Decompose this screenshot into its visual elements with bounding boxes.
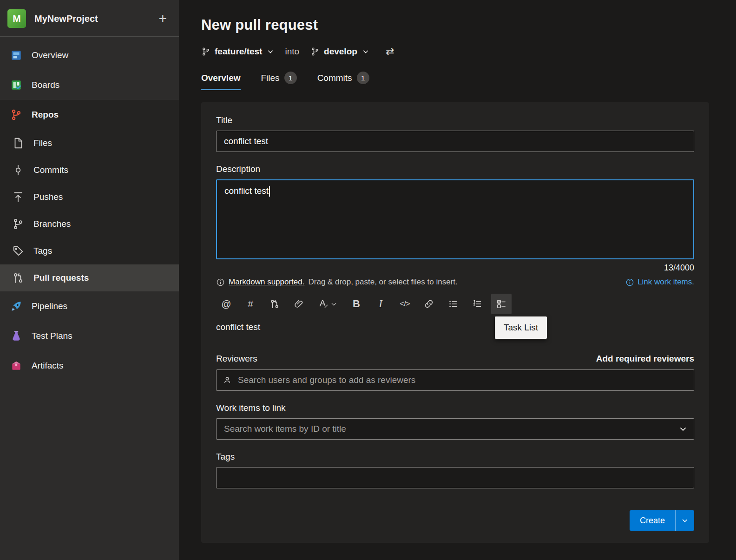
sidebar-item-pushes[interactable]: Pushes [0,184,179,211]
tab-files[interactable]: Files 1 [261,72,297,90]
task-list-icon[interactable] [491,294,512,314]
char-counter: 13/4000 [216,263,694,273]
chevron-down-icon [267,48,274,55]
tab-bar: Overview Files 1 Commits 1 [201,72,709,90]
sidebar-item-tags[interactable]: Tags [0,237,179,264]
tab-label: Commits [317,73,352,83]
source-branch-picker[interactable]: feature/test [201,46,274,57]
tags-label: Tags [216,452,694,462]
sidebar-item-pipelines[interactable]: Pipelines [0,291,179,321]
tab-overview[interactable]: Overview [201,72,241,90]
sidebar-item-files[interactable]: Files [0,130,179,157]
create-button[interactable]: Create [630,510,694,531]
create-button-label[interactable]: Create [630,510,675,531]
info-icon [216,278,225,287]
markdown-hint-text: Drag & drop, paste, or select files to i… [308,277,457,287]
pull-requests-icon [11,271,25,285]
files-icon [11,136,25,150]
tags-icon [11,244,25,258]
project-header: M MyNewProject + [0,0,179,37]
chevron-down-icon [330,301,337,308]
project-name[interactable]: MyNewProject [34,13,156,24]
italic-icon[interactable]: I [370,294,391,314]
branches-icon [11,217,25,231]
tab-commits[interactable]: Commits 1 [317,72,369,90]
create-button-row: Create [630,510,694,531]
branch-selector-row: feature/test into develop ⇄ [201,46,709,58]
sidebar-item-label: Commits [33,165,68,175]
project-avatar[interactable]: M [7,9,26,28]
numbered-list-icon[interactable] [467,294,487,314]
sidebar-item-label: Artifacts [32,361,64,371]
sidebar-item-test-plans[interactable]: Test Plans [0,321,179,351]
pipelines-icon [9,299,23,313]
commits-count-badge: 1 [357,72,369,84]
create-button-dropdown[interactable] [675,510,694,531]
sidebar-item-label: Files [33,138,52,148]
sidebar-item-label: Overview [32,50,68,60]
reviewers-input-wrap [216,369,694,391]
code-icon[interactable]: </> [394,294,415,314]
sidebar-item-label: Pull requests [33,273,89,283]
sidebar-item-label: Branches [33,219,71,229]
pull-request-icon[interactable] [264,294,285,314]
commits-icon [11,163,25,177]
pr-form-card: Title Description conflict test 13/4000 … [201,102,709,543]
info-icon [625,278,634,287]
tab-label: Files [261,73,280,83]
swap-branches-icon[interactable]: ⇄ [386,46,394,58]
sidebar-item-label: Test Plans [32,331,72,341]
link-work-items-label: Link work items. [637,277,694,287]
title-input[interactable] [216,131,694,152]
sidebar-nav: Overview Boards Repos [0,37,179,560]
work-items-search-input[interactable] [216,418,694,440]
markdown-supported-link[interactable]: Markdown supported. [229,277,304,287]
bulleted-list-icon[interactable] [443,294,463,314]
link-work-items-link[interactable]: Link work items. [625,277,694,287]
sidebar: M MyNewProject + Overview Boards [0,0,179,560]
format-text-icon[interactable] [313,294,342,314]
add-project-button[interactable]: + [156,12,170,26]
branch-icon [201,47,210,56]
mention-icon[interactable]: @ [216,294,237,314]
main-content: New pull request feature/test into devel… [179,0,736,560]
chevron-down-icon[interactable] [679,425,687,433]
branch-icon [310,47,320,56]
add-required-reviewers-link[interactable]: Add required reviewers [596,354,694,364]
reviewers-search-input[interactable] [216,369,694,391]
target-branch-name: develop [324,46,357,57]
work-items-label: Work items to link [216,403,694,413]
sidebar-item-branches[interactable]: Branches [0,211,179,237]
tab-label: Overview [201,73,241,83]
chevron-down-icon [682,517,688,524]
link-icon[interactable] [419,294,439,314]
work-item-hash-icon[interactable]: # [240,294,261,314]
task-list-tooltip: Task List [495,316,547,339]
files-count-badge: 1 [284,72,297,84]
sidebar-item-commits[interactable]: Commits [0,157,179,184]
tags-input[interactable] [216,467,694,488]
test-plans-icon [9,329,23,343]
repos-icon [9,108,23,122]
sidebar-item-label: Pipelines [32,301,67,311]
target-branch-picker[interactable]: develop [310,46,369,57]
description-text: conflict test [224,186,269,196]
attach-icon[interactable] [289,294,309,314]
person-icon [223,376,232,385]
sidebar-item-repos[interactable]: Repos [0,100,179,130]
app-root: M MyNewProject + Overview Boards [0,0,736,560]
sidebar-item-artifacts[interactable]: Artifacts [0,351,179,381]
work-items-input-wrap [216,418,694,440]
sidebar-item-label: Pushes [33,192,63,202]
markdown-hint-row: Markdown supported. Drag & drop, paste, … [216,277,694,287]
description-textarea[interactable]: conflict test [216,179,694,259]
description-preview: conflict test [216,322,694,332]
artifacts-icon [9,359,23,373]
sidebar-item-overview[interactable]: Overview [0,40,179,70]
sidebar-item-label: Boards [32,80,59,90]
sidebar-item-pull-requests[interactable]: Pull requests [0,264,179,291]
text-caret [269,186,270,197]
sidebar-item-boards[interactable]: Boards [0,70,179,100]
bold-icon[interactable]: B [346,294,367,314]
chevron-down-icon [362,48,369,55]
